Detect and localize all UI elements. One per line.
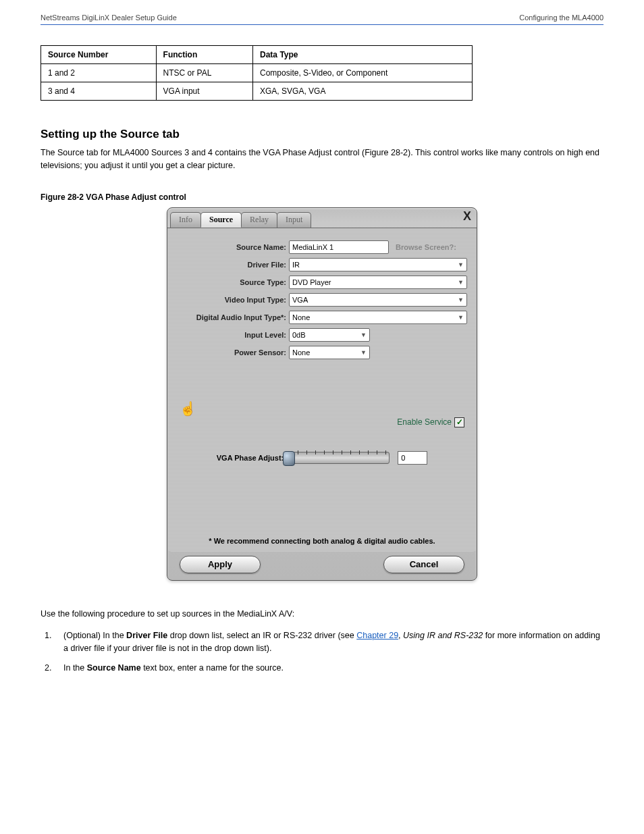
vga-phase-value-input[interactable]	[398, 451, 427, 465]
th-data-type: Data Type	[253, 46, 473, 64]
th-function: Function	[156, 46, 252, 64]
digital-audio-value: None	[292, 313, 310, 321]
input-level-select[interactable]: 0dB ▼	[289, 328, 370, 342]
tab-relay[interactable]: Relay	[241, 212, 277, 228]
dialog-footnote: * We recommend connecting both analog & …	[167, 537, 477, 545]
label-driver-file: Driver File:	[174, 261, 289, 269]
enable-service-label: Enable Service	[397, 417, 452, 427]
step-number: 1.	[45, 629, 57, 655]
tab-source[interactable]: Source	[200, 212, 242, 228]
apply-button[interactable]: Apply	[180, 556, 261, 573]
chevron-down-icon: ▼	[360, 349, 367, 356]
medialinx-dialog: X Info Source Relay Input Source Name: B…	[167, 207, 477, 581]
input-level-value: 0dB	[292, 331, 306, 339]
label-source-name: Source Name:	[174, 243, 289, 251]
body-paragraph: The Source tab for MLA4000 Sources 3 and…	[41, 147, 603, 172]
label-power-sensor: Power Sensor:	[174, 348, 289, 357]
step-text: In the Source Name text box, enter a nam…	[63, 662, 284, 675]
page-header: NetStreams DigiLinX Dealer Setup Guide C…	[41, 14, 603, 25]
table-row: 3 and 4 VGA input XGA, SVGA, VGA	[41, 82, 473, 101]
tab-info[interactable]: Info	[170, 212, 201, 228]
step-number: 2.	[45, 662, 57, 675]
th-source-number: Source Number	[41, 46, 157, 64]
label-input-level: Input Level:	[174, 331, 289, 339]
tab-bar: Info Source Relay Input	[167, 208, 477, 228]
enable-service-row: Enable Service ✓	[397, 417, 464, 427]
cancel-button[interactable]: Cancel	[383, 556, 464, 573]
video-input-value: VGA	[292, 296, 308, 304]
cell: Composite, S-Video, or Component	[253, 64, 473, 82]
driver-file-value: IR	[292, 261, 300, 269]
table-header-row: Source Number Function Data Type	[41, 46, 473, 64]
cursor-pointer-icon: ☝	[180, 400, 196, 417]
cell: VGA input	[156, 82, 252, 101]
chapter-link[interactable]: Chapter 29	[356, 631, 398, 640]
power-sensor-value: None	[292, 348, 310, 357]
label-video-input-type: Video Input Type:	[174, 296, 289, 304]
source-type-value: DVD Player	[292, 278, 331, 286]
cell: 1 and 2	[41, 64, 157, 82]
cell: NTSC or PAL	[156, 64, 252, 82]
procedure-list: 1. (Optional) In the Driver File drop do…	[41, 629, 603, 674]
dialog-button-row: Apply Cancel	[167, 552, 477, 580]
chevron-down-icon: ▼	[458, 279, 464, 286]
step-text: (Optional) In the Driver File drop down …	[63, 629, 603, 655]
label-digital-audio-input: Digital Audio Input Type*:	[174, 313, 289, 321]
vga-phase-row: VGA Phase Adjust:	[167, 451, 477, 465]
list-item: 1. (Optional) In the Driver File drop do…	[41, 629, 603, 655]
digital-audio-select[interactable]: None ▼	[289, 311, 467, 324]
source-name-input[interactable]	[289, 240, 389, 254]
driver-file-select[interactable]: IR ▼	[289, 258, 467, 271]
vga-phase-slider[interactable]	[285, 452, 390, 464]
figure-label: Figure 28-2 VGA Phase Adjust control	[41, 192, 603, 202]
cell: 3 and 4	[41, 82, 157, 101]
header-right: Configuring the MLA4000	[519, 14, 603, 22]
table-row: 1 and 2 NTSC or PAL Composite, S-Video, …	[41, 64, 473, 82]
power-sensor-select[interactable]: None ▼	[289, 346, 370, 359]
procedure-intro: Use the following procedure to set up so…	[41, 608, 603, 621]
chevron-down-icon: ▼	[458, 314, 464, 321]
vga-phase-label: VGA Phase Adjust:	[217, 454, 284, 462]
chevron-down-icon: ▼	[458, 261, 464, 268]
chevron-down-icon: ▼	[458, 296, 464, 303]
section-heading: Setting up the Source tab	[41, 128, 603, 141]
source-type-select[interactable]: DVD Player ▼	[289, 276, 467, 289]
list-item: 2. In the Source Name text box, enter a …	[41, 662, 603, 675]
close-icon[interactable]: X	[463, 209, 471, 224]
label-source-type: Source Type:	[174, 278, 289, 286]
spec-table: Source Number Function Data Type 1 and 2…	[41, 45, 473, 101]
dialog-panel: Source Name: Browse Screen?: Driver File…	[167, 228, 477, 552]
video-input-select[interactable]: VGA ▼	[289, 293, 467, 307]
header-left: NetStreams DigiLinX Dealer Setup Guide	[41, 14, 177, 22]
label-browse-screen: Browse Screen?:	[396, 243, 456, 251]
chevron-down-icon: ▼	[360, 332, 367, 338]
slider-thumb-icon[interactable]	[283, 451, 295, 466]
tab-input[interactable]: Input	[277, 212, 311, 228]
enable-service-checkbox[interactable]: ✓	[454, 417, 464, 427]
cell: XGA, SVGA, VGA	[253, 82, 473, 101]
